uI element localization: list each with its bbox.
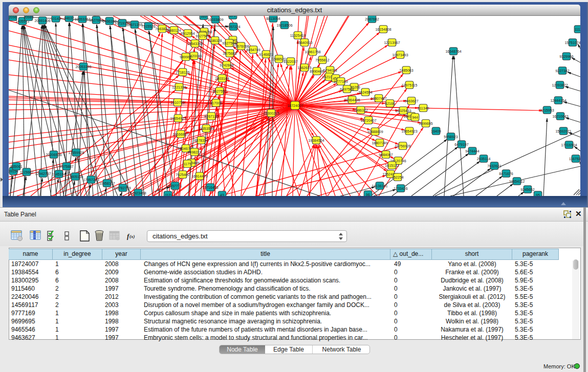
svg-text:9146821: 9146821 [259, 53, 273, 56]
svg-text:7625402: 7625402 [176, 173, 189, 177]
svg-text:15720407: 15720407 [360, 119, 376, 122]
svg-text:10688609: 10688609 [367, 130, 383, 134]
svg-text:2803144: 2803144 [215, 77, 229, 80]
svg-text:14136141: 14136141 [372, 184, 387, 188]
svg-text:12942737: 12942737 [35, 172, 51, 176]
svg-text:1733426: 1733426 [394, 187, 407, 190]
svg-text:10143: 10143 [51, 17, 61, 20]
svg-text:(x): (x) [129, 234, 135, 239]
svg-text:1362615: 1362615 [297, 66, 311, 70]
svg-text:3875685: 3875685 [223, 52, 236, 55]
svg-text:7986322: 7986322 [354, 108, 367, 112]
svg-text:16782759: 16782759 [115, 186, 130, 190]
svg-text:16914479: 16914479 [191, 174, 207, 178]
svg-text:12213967: 12213967 [384, 41, 400, 45]
svg-text:944: 944 [412, 116, 418, 119]
svg-text:2935114: 2935114 [477, 157, 491, 161]
svg-text:8990448: 8990448 [310, 70, 323, 73]
svg-text:1010755: 1010755 [170, 101, 184, 104]
svg-text:9084067: 9084067 [379, 153, 393, 157]
svg-text:1175: 1175 [183, 162, 191, 166]
svg-text:16210643: 16210643 [552, 115, 568, 118]
svg-text:8186328: 8186328 [208, 39, 222, 42]
svg-text:12975115: 12975115 [402, 83, 418, 87]
svg-text:16154808: 16154808 [375, 28, 391, 31]
svg-text:20053346: 20053346 [75, 65, 91, 69]
svg-text:8660124: 8660124 [167, 29, 181, 32]
svg-text:10807487: 10807487 [371, 97, 386, 100]
svg-text:10973493: 10973493 [392, 53, 408, 57]
svg-text:9242848: 9242848 [220, 63, 233, 67]
svg-text:6479197: 6479197 [454, 143, 468, 146]
svg-text:1112: 1112 [575, 28, 580, 31]
svg-text:19166827: 19166827 [172, 133, 188, 136]
svg-text:9245652: 9245652 [520, 188, 534, 191]
svg-text:7632621: 7632621 [487, 164, 501, 168]
svg-text:8267130: 8267130 [204, 115, 218, 118]
svg-text:9463627: 9463627 [404, 99, 418, 103]
svg-text:5958923: 5958923 [444, 135, 458, 139]
svg-text:12444154: 12444154 [550, 99, 566, 102]
svg-text:16543392: 16543392 [187, 42, 203, 46]
svg-text:7357224: 7357224 [226, 25, 240, 29]
svg-text:16648764: 16648764 [445, 50, 461, 53]
svg-text:8813054: 8813054 [266, 17, 280, 20]
svg-text:1115682: 1115682 [20, 170, 33, 174]
svg-text:7955812: 7955812 [315, 58, 329, 62]
svg-text:11353594: 11353594 [199, 127, 214, 130]
svg-text:17359928: 17359928 [68, 151, 84, 155]
svg-text:2087682: 2087682 [365, 17, 379, 21]
svg-text:19654923: 19654923 [401, 129, 417, 133]
svg-text:871: 871 [230, 16, 236, 17]
svg-text:23676068: 23676068 [233, 45, 249, 48]
svg-text:18807249: 18807249 [372, 141, 387, 145]
svg-text:43: 43 [220, 193, 224, 196]
svg-text:9327503: 9327503 [195, 34, 209, 38]
svg-text:15692071: 15692071 [555, 129, 571, 133]
svg-text:9975887: 9975887 [59, 165, 73, 168]
svg-text:311340: 311340 [418, 106, 429, 110]
svg-text:62160: 62160 [385, 102, 395, 105]
svg-text:16671355: 16671355 [126, 23, 142, 27]
svg-text:10653267: 10653267 [74, 17, 90, 21]
svg-text:6497568: 6497568 [340, 87, 354, 91]
svg-text:20989: 20989 [24, 16, 34, 19]
svg-text:8454749: 8454749 [246, 48, 260, 52]
svg-text:8912954: 8912954 [181, 32, 194, 35]
svg-text:1527602: 1527602 [89, 18, 103, 22]
svg-text:10961758: 10961758 [304, 50, 320, 54]
svg-text:19756928: 19756928 [395, 144, 410, 148]
svg-text:7485063: 7485063 [399, 69, 413, 72]
svg-text:2096: 2096 [9, 16, 17, 19]
svg-text:20691406: 20691406 [34, 19, 50, 23]
svg-text:1145194: 1145194 [52, 172, 66, 176]
svg-text:917006: 917006 [210, 101, 222, 105]
svg-text:16033809: 16033809 [207, 18, 223, 21]
svg-text:20206536: 20206536 [46, 153, 61, 157]
svg-text:16409: 16409 [431, 129, 441, 133]
svg-text:9227342: 9227342 [555, 69, 569, 73]
svg-text:3215953: 3215953 [540, 108, 554, 112]
svg-text:112: 112 [165, 193, 170, 196]
svg-text:9474444: 9474444 [465, 149, 479, 153]
svg-text:17957223: 17957223 [83, 178, 99, 182]
svg-text:95: 95 [536, 193, 540, 196]
svg-text:1615132: 1615132 [385, 164, 399, 167]
svg-text:165: 165 [201, 16, 207, 18]
svg-text:8878334: 8878334 [194, 139, 208, 142]
svg-text:1221338: 1221338 [172, 85, 186, 89]
svg-text:10025433: 10025433 [395, 109, 411, 113]
svg-text:9457771: 9457771 [168, 184, 182, 188]
svg-text:6794028: 6794028 [323, 69, 337, 72]
svg-text:7515526: 7515526 [141, 25, 155, 28]
svg-text:17016504: 17016504 [561, 143, 577, 147]
svg-text:18724007: 18724007 [287, 104, 303, 107]
svg-text:9899695: 9899695 [419, 122, 432, 125]
svg-text:9777169: 9777169 [334, 80, 347, 83]
svg-text:20364436: 20364436 [344, 98, 360, 102]
svg-text:8427552: 8427552 [212, 90, 226, 93]
svg-text:15640910: 15640910 [296, 41, 312, 45]
svg-text:15716485: 15716485 [202, 186, 218, 189]
svg-text:10654112: 10654112 [509, 180, 525, 183]
svg-text:3624554: 3624554 [358, 91, 372, 94]
